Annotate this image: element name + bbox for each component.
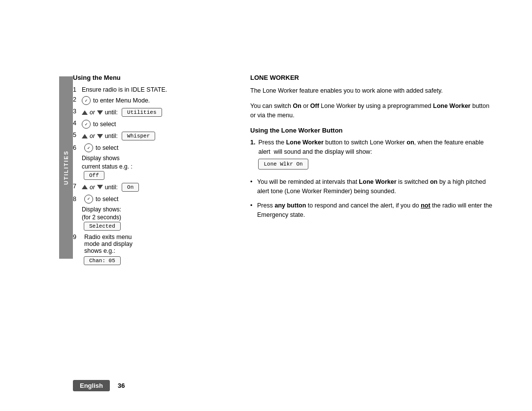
footer-language: English bbox=[73, 380, 110, 391]
columns: Using the Menu 1 Ensure radio is in IDLE… bbox=[73, 74, 493, 268]
step-num-2: 2 bbox=[73, 96, 82, 103]
select-icon-2: ✓ bbox=[82, 96, 91, 105]
step-6-display: Display shows current status e.g. : Off bbox=[82, 154, 133, 180]
up-arrow-5 bbox=[82, 134, 88, 138]
step-7: 7 or until: On bbox=[73, 183, 231, 192]
left-column: Using the Menu 1 Ensure radio is in IDLE… bbox=[73, 74, 231, 268]
bullet-1: You will be reminded at intervals that L… bbox=[250, 177, 493, 196]
step-5: 5 or until: Whisper bbox=[73, 132, 231, 140]
right-section-title: LONE WORKER bbox=[250, 74, 493, 81]
up-arrow-3 bbox=[82, 110, 88, 115]
sidebar: UTILITIES bbox=[59, 76, 73, 259]
step-2: 2 ✓ to enter Menu Mode. bbox=[73, 96, 231, 105]
sidebar-label: UTILITIES bbox=[63, 150, 69, 185]
step-7-content: or until: On bbox=[82, 183, 231, 192]
step-9-display: Chan: 05 bbox=[82, 256, 121, 265]
select-icon-8: ✓ bbox=[84, 195, 93, 204]
down-arrow-7 bbox=[97, 185, 103, 189]
step-8: 8 ✓ to select Display shows: (for 2 seco… bbox=[73, 195, 231, 231]
step-9: 9 Radio exits menumode and displayshows … bbox=[73, 234, 231, 265]
lcd-selected: Selected bbox=[84, 222, 121, 231]
down-arrow-3 bbox=[97, 110, 103, 115]
step-6: 6 ✓ to select Display shows current stat… bbox=[73, 143, 231, 180]
step-1-content: Ensure radio is in IDLE STATE. bbox=[82, 86, 231, 93]
step-1: 1 Ensure radio is in IDLE STATE. bbox=[73, 86, 231, 93]
right-para1: The Lone Worker feature enables you to w… bbox=[250, 86, 493, 96]
step-num-7: 7 bbox=[73, 183, 82, 190]
right-list-item-1: 1. Press the Lone Worker button to switc… bbox=[250, 138, 493, 173]
lcd-chan: Chan: 05 bbox=[84, 256, 121, 265]
step-8-display: Display shows: (for 2 seconds) Selected bbox=[82, 206, 121, 231]
right-numbered-list: 1. Press the Lone Worker button to switc… bbox=[250, 138, 493, 173]
step-3-content: or until: Utilities bbox=[82, 108, 231, 117]
right-sub-heading: Using the Lone Worker Button bbox=[250, 127, 493, 134]
step-3: 3 or until: Utilities bbox=[73, 108, 231, 117]
step-num-6: 6 bbox=[73, 144, 82, 151]
left-section-title: Using the Menu bbox=[73, 74, 231, 81]
right-column: LONE WORKER The Lone Worker feature enab… bbox=[250, 74, 493, 268]
lcd-utilities: Utilities bbox=[122, 108, 162, 117]
lcd-lone-wkr-on: Lone Wlkr On bbox=[258, 159, 308, 170]
footer-page-number: 36 bbox=[118, 382, 125, 389]
step-num-1: 1 bbox=[73, 86, 82, 93]
step-5-content: or until: Whisper bbox=[82, 132, 231, 140]
step-num-5: 5 bbox=[73, 132, 82, 138]
step-2-content: ✓ to enter Menu Mode. bbox=[82, 96, 231, 105]
bullet-2: Press any button to respond and cancel t… bbox=[250, 201, 493, 220]
footer: English 36 bbox=[73, 380, 493, 391]
step-4: 4 ✓ to select bbox=[73, 120, 231, 129]
right-bullet-list: You will be reminded at intervals that L… bbox=[250, 177, 493, 219]
step-num-8: 8 bbox=[73, 196, 82, 203]
step-num-9: 9 bbox=[73, 234, 82, 240]
lcd-whisper: Whisper bbox=[122, 132, 155, 140]
lcd-on: On bbox=[122, 183, 139, 192]
select-icon-4: ✓ bbox=[82, 120, 91, 129]
right-para2: You can switch On or Off Lone Worker by … bbox=[250, 102, 493, 120]
lcd-off: Off bbox=[84, 171, 104, 180]
down-arrow-5 bbox=[97, 134, 103, 138]
step-4-content: ✓ to select bbox=[82, 120, 231, 129]
page: UTILITIES Using the Menu 1 Ensure radio … bbox=[0, 0, 532, 411]
select-icon-6: ✓ bbox=[84, 143, 93, 152]
step-num-4: 4 bbox=[73, 120, 82, 127]
main-content: Using the Menu 1 Ensure radio is in IDLE… bbox=[73, 74, 493, 347]
step-num-3: 3 bbox=[73, 108, 82, 115]
up-arrow-7 bbox=[82, 185, 88, 189]
